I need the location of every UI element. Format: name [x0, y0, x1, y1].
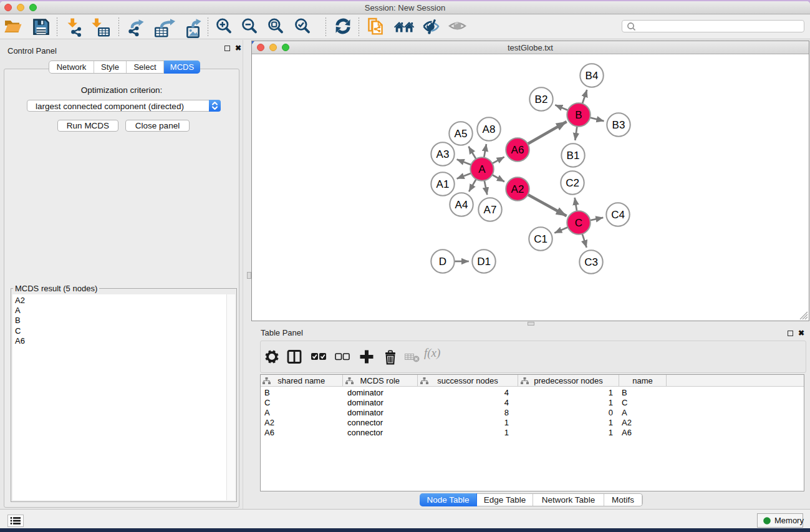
svg-text:A3: A3	[436, 148, 450, 160]
svg-text:D: D	[439, 256, 446, 268]
svg-text:A6: A6	[511, 144, 524, 156]
svg-text:A: A	[478, 163, 486, 175]
svg-text:B3: B3	[612, 119, 625, 131]
svg-text:A4: A4	[455, 199, 468, 211]
svg-text:B2: B2	[535, 94, 548, 105]
svg-text:A8: A8	[483, 123, 496, 135]
svg-text:C: C	[575, 217, 582, 229]
svg-text:C2: C2	[566, 177, 579, 189]
svg-text:A2: A2	[511, 183, 524, 195]
svg-text:B4: B4	[586, 70, 599, 82]
svg-text:B: B	[575, 109, 582, 121]
svg-text:A5: A5	[455, 128, 468, 140]
svg-text:B1: B1	[567, 150, 580, 162]
svg-text:D1: D1	[477, 256, 491, 268]
svg-text:A7: A7	[484, 204, 497, 216]
svg-text:C3: C3	[584, 256, 598, 268]
svg-text:C4: C4	[611, 209, 625, 221]
svg-text:A1: A1	[436, 178, 450, 190]
svg-text:C1: C1	[534, 233, 547, 245]
